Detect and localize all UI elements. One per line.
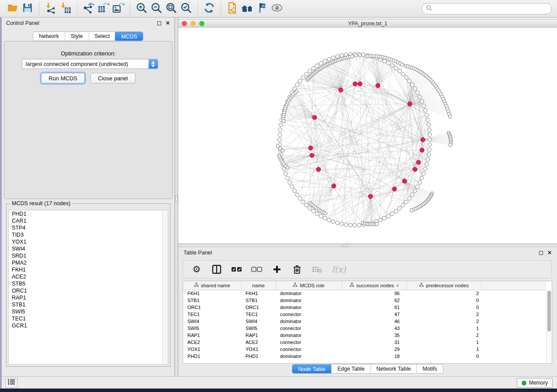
export-image-button[interactable] (111, 2, 126, 16)
graph-node[interactable] (428, 128, 432, 132)
mcds-result-item[interactable]: STB5 (9, 280, 168, 287)
import-table-button[interactable] (58, 2, 73, 16)
graph-hub-node[interactable] (402, 179, 407, 183)
graph-node[interactable] (319, 214, 323, 218)
graph-node[interactable] (420, 176, 424, 180)
graph-node[interactable] (293, 189, 297, 193)
task-history-button[interactable] (5, 378, 17, 388)
graph-hub-node[interactable] (312, 115, 317, 120)
graph-node[interactable] (428, 138, 432, 142)
refresh-button[interactable] (202, 2, 217, 16)
mcds-result-item[interactable]: YOX1 (9, 238, 168, 245)
graph-node[interactable] (422, 104, 426, 108)
graph-node[interactable] (298, 196, 302, 200)
table-row[interactable]: SWI4SWI4dominator462 (183, 318, 546, 325)
scrollbar-thumb[interactable] (547, 291, 551, 331)
graph-hub-node[interactable] (353, 82, 357, 86)
list-scrollbar[interactable] (162, 210, 168, 364)
mcds-result-item[interactable]: PMA2 (9, 259, 168, 266)
sort-indicator-icon[interactable]: ∨ (396, 283, 399, 288)
graph-node[interactable] (344, 223, 348, 227)
graph-node[interactable] (353, 224, 357, 227)
tab-edge-table[interactable]: Edge Table (331, 364, 370, 373)
column-header[interactable]: shared name (183, 281, 241, 290)
graph-node[interactable] (387, 62, 391, 65)
table-scrollbar[interactable] (546, 290, 552, 362)
graph-node[interactable] (331, 220, 335, 224)
graph-node[interactable] (319, 62, 323, 65)
graph-node[interactable] (408, 196, 412, 200)
graph-node[interactable] (308, 69, 312, 73)
graph-node[interactable] (418, 95, 422, 99)
mcds-result-item[interactable]: ACE2 (9, 273, 168, 280)
graph-hub-node[interactable] (339, 88, 343, 92)
mcds-result-item[interactable]: SRD1 (9, 252, 168, 259)
graph-node[interactable] (311, 66, 315, 70)
graph-node[interactable] (282, 119, 285, 123)
graph-node[interactable] (426, 118, 430, 122)
mcds-result-item[interactable]: TID3 (9, 231, 168, 238)
graph-node[interactable] (405, 200, 408, 204)
close-panel-button[interactable]: Close panel (90, 73, 135, 83)
graph-node[interactable] (323, 217, 327, 220)
graph-node[interactable] (391, 64, 394, 68)
graph-node[interactable] (295, 83, 299, 87)
close-panel-icon[interactable]: ✕ (166, 21, 170, 25)
graph-node[interactable] (420, 100, 424, 103)
graph-node[interactable] (349, 223, 353, 227)
graph-hub-node[interactable] (392, 187, 397, 191)
tab-network[interactable]: Network (33, 32, 65, 41)
table-row[interactable]: ORC1ORC1dominator610 (183, 304, 546, 311)
graph-node[interactable] (311, 209, 315, 213)
vertical-splitter[interactable] (175, 17, 178, 376)
splitter-handle[interactable] (342, 244, 348, 247)
graph-node[interactable] (410, 193, 414, 197)
float-panel-icon[interactable] (539, 251, 543, 255)
column-header[interactable]: predecessor nodes (407, 281, 481, 290)
select-all-icon[interactable] (231, 264, 242, 275)
column-header[interactable]: name (241, 281, 276, 290)
memory-button[interactable]: Memory (517, 378, 553, 388)
mcds-result-item[interactable]: SWI4 (9, 245, 168, 252)
mcds-result-item[interactable]: TEC1 (9, 315, 168, 322)
graph-node[interactable] (410, 209, 413, 212)
graph-node[interactable] (415, 91, 419, 95)
graph-node[interactable] (427, 123, 431, 127)
graph-hub-node[interactable] (332, 184, 336, 188)
graph-node[interactable] (379, 218, 383, 222)
graph-node[interactable] (422, 172, 426, 175)
graph-hub-node[interactable] (310, 153, 314, 158)
tab-motifs[interactable]: Motifs (416, 364, 443, 373)
graph-node[interactable] (394, 66, 398, 70)
zoom-selected-button[interactable] (179, 2, 194, 16)
search-input[interactable] (432, 4, 551, 13)
table-row[interactable]: FKH1FKH1dominator962 (183, 290, 546, 297)
show-all-networks-button[interactable] (240, 2, 255, 16)
graph-node[interactable] (336, 55, 339, 58)
graph-node[interactable] (428, 133, 432, 137)
graph-node[interactable] (357, 223, 361, 227)
mcds-result-item[interactable]: PHD1 (9, 210, 168, 217)
zoom-in-button[interactable] (134, 2, 149, 16)
save-session-button[interactable] (20, 2, 35, 16)
graph-node[interactable] (398, 206, 401, 210)
graph-node[interactable] (427, 153, 431, 157)
export-table-button[interactable] (96, 2, 111, 16)
graph-node[interactable] (308, 206, 312, 210)
graph-node[interactable] (413, 87, 417, 91)
graph-node[interactable] (405, 76, 408, 79)
graph-node[interactable] (301, 200, 305, 204)
graph-node[interactable] (284, 172, 288, 175)
graph-node[interactable] (278, 138, 282, 142)
tab-network-table[interactable]: Network Table (370, 364, 417, 373)
table-row[interactable]: YOX1YOX1connector291 (183, 346, 546, 353)
graph-node[interactable] (358, 54, 362, 57)
graph-hub-node[interactable] (316, 167, 321, 172)
column-header[interactable]: successor nodes∨ (342, 281, 407, 290)
column-layout-icon[interactable] (211, 264, 222, 275)
graph-node[interactable] (301, 76, 305, 79)
graph-hub-node[interactable] (413, 167, 417, 172)
graph-node[interactable] (408, 79, 412, 83)
tab-style[interactable]: Style (65, 32, 89, 41)
graph-hub-node[interactable] (358, 82, 362, 86)
